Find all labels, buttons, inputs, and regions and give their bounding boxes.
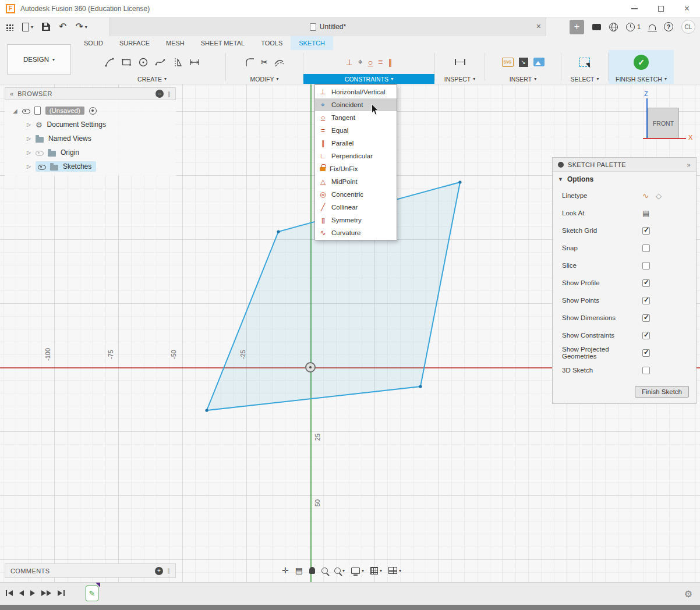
timeline-settings-gear-icon[interactable]: ⚙ xyxy=(684,590,692,599)
new-tab-button[interactable]: + xyxy=(570,20,584,34)
pan-button[interactable]: ✛ xyxy=(281,565,290,576)
comments-icon[interactable] xyxy=(592,24,601,30)
options-section-header[interactable]: ▼ Options xyxy=(553,172,696,187)
grid-snaps-button[interactable]: ▾ xyxy=(369,566,383,576)
redo-button[interactable]: ↷▾ xyxy=(75,22,87,31)
activate-component-icon[interactable] xyxy=(89,107,97,115)
root-node-label[interactable]: (Unsaved) xyxy=(45,107,84,115)
spline-tool-icon[interactable] xyxy=(154,56,166,68)
expand-all-icon[interactable]: ◢ xyxy=(13,108,17,114)
inspect-menu-button[interactable]: INSPECT▾ xyxy=(435,74,485,84)
horizontal-vertical-constraint-icon[interactable]: ⊥ xyxy=(346,58,353,67)
workspace-selector[interactable]: DESIGN▾ xyxy=(7,44,71,75)
finish-sketch-palette-button[interactable]: Finish Sketch xyxy=(635,386,689,398)
show-constraints-checkbox[interactable] xyxy=(642,332,650,339)
comments-drag-handle[interactable]: ∥ xyxy=(167,568,170,574)
insert-menu-button[interactable]: INSERT▾ xyxy=(485,74,561,84)
tab-sketch[interactable]: SKETCH xyxy=(291,36,333,50)
equal-constraint-icon[interactable]: = xyxy=(378,58,383,67)
job-status-button[interactable]: 1 xyxy=(626,23,641,31)
finish-sketch-button[interactable]: FINISH SKETCH▾ xyxy=(609,74,674,84)
display-settings-button[interactable]: ▾ xyxy=(350,566,365,575)
maximize-button[interactable] xyxy=(648,0,674,17)
tab-tools[interactable]: TOOLS xyxy=(253,36,291,50)
rectangle-tool-icon[interactable] xyxy=(121,56,132,68)
menu-item-collinear[interactable]: ╱ Collinear xyxy=(315,201,397,214)
menu-item-perpendicular[interactable]: ∟ Perpendicular xyxy=(315,150,397,162)
select-tool-icon[interactable] xyxy=(579,58,590,67)
select-menu-button[interactable]: SELECT▾ xyxy=(561,74,608,84)
trim-tool-icon[interactable]: ✂ xyxy=(261,57,268,68)
timeline-skip-end-button[interactable] xyxy=(58,590,65,596)
line-tool-icon[interactable] xyxy=(104,56,115,68)
constraints-menu-button[interactable]: CONSTRAINTS▾ xyxy=(303,74,434,84)
expand-arrow-icon[interactable]: ▷ xyxy=(27,150,31,155)
tab-mesh[interactable]: MESH xyxy=(158,36,193,50)
sketches-highlight[interactable]: Sketches xyxy=(36,161,96,172)
save-button[interactable] xyxy=(42,23,50,31)
look-at-icon[interactable]: ▤ xyxy=(642,209,649,218)
viewports-button[interactable]: ▾ xyxy=(387,566,402,575)
show-dimensions-checkbox[interactable] xyxy=(642,314,650,322)
timeline-step-forward-button[interactable] xyxy=(41,590,52,596)
browser-row-named-views[interactable]: ▷ Named Views xyxy=(5,132,176,146)
circle-tool-icon[interactable] xyxy=(137,56,149,68)
timeline-sketch-feature[interactable]: ✎ xyxy=(86,586,98,601)
menu-item-parallel[interactable]: ∥ Parallel xyxy=(315,137,397,150)
show-points-checkbox[interactable] xyxy=(642,297,650,304)
timeline-play-button[interactable] xyxy=(30,590,35,596)
collapse-browser-icon[interactable]: « xyxy=(10,90,13,97)
expand-arrow-icon[interactable]: ▷ xyxy=(27,136,31,141)
insert-svg-icon[interactable]: SVG xyxy=(502,58,514,67)
viewcube-front-face[interactable]: FRONT xyxy=(648,108,679,139)
create-menu-button[interactable]: CREATE▾ xyxy=(79,74,225,84)
measure-tool-icon[interactable] xyxy=(455,59,465,65)
sketch-grid-checkbox[interactable] xyxy=(642,227,650,235)
fit-button[interactable]: ▾ xyxy=(333,566,346,575)
app-grid-icon[interactable] xyxy=(6,23,13,31)
browser-row-sketches[interactable]: ▷ Sketches xyxy=(5,159,176,173)
undo-button[interactable]: ↶ xyxy=(59,22,66,31)
expand-arrow-icon[interactable]: ▷ xyxy=(27,122,31,127)
minimize-button[interactable] xyxy=(621,0,648,17)
document-tab[interactable]: Untitled* xyxy=(304,20,352,33)
menu-item-fix-unfix[interactable]: Fix/UnFix xyxy=(315,162,397,175)
browser-row-document-settings[interactable]: ▷ ⚙ Document Settings xyxy=(5,118,176,132)
zoom-button[interactable] xyxy=(320,566,329,575)
menu-item-midpoint[interactable]: △ MidPoint xyxy=(315,175,397,188)
menu-item-horizontal-vertical[interactable]: ⊥ Horizontal/Vertical xyxy=(315,86,397,98)
expand-arrow-icon[interactable]: ▷ xyxy=(27,164,31,169)
insert-canvas-icon[interactable] xyxy=(533,58,545,66)
fillet-tool-icon[interactable] xyxy=(244,56,256,68)
menu-item-equal[interactable]: = Equal xyxy=(315,124,397,137)
close-button[interactable]: × xyxy=(674,0,700,17)
visibility-eye-icon[interactable] xyxy=(22,107,30,115)
collapse-palette-icon[interactable]: » xyxy=(687,161,691,168)
add-comment-icon[interactable]: + xyxy=(155,567,163,575)
timeline-skip-start-button[interactable] xyxy=(6,590,13,596)
look-at-button[interactable]: ▤ xyxy=(294,565,304,576)
mirror-tool-icon[interactable] xyxy=(171,56,183,68)
menu-item-tangent[interactable]: ○ Tangent xyxy=(315,111,397,124)
visibility-eye-icon[interactable] xyxy=(38,163,45,171)
offset-tool-icon[interactable] xyxy=(273,56,285,68)
browser-drag-handle[interactable]: ∥ xyxy=(168,91,171,97)
extensions-globe-icon[interactable] xyxy=(609,23,618,31)
show-profile-checkbox[interactable] xyxy=(642,279,650,287)
menu-item-concentric[interactable]: ◎ Concentric xyxy=(315,188,397,201)
insert-decal-icon[interactable]: ↘ xyxy=(519,58,528,67)
tab-close-icon[interactable]: × xyxy=(536,22,541,31)
file-menu-button[interactable]: ▾ xyxy=(22,23,33,31)
coincident-constraint-icon[interactable]: ⌖ xyxy=(358,57,363,67)
modify-menu-button[interactable]: MODIFY▾ xyxy=(226,74,303,84)
parallel-constraint-icon[interactable]: ∥ xyxy=(388,58,392,67)
user-avatar[interactable]: CL xyxy=(681,20,695,34)
construction-linetype-icon[interactable]: ∿ xyxy=(642,191,649,200)
centerline-linetype-icon[interactable]: ◇ xyxy=(656,191,662,200)
origin-point[interactable] xyxy=(305,362,316,373)
browser-display-options-icon[interactable]: − xyxy=(155,90,164,98)
show-projected-geometries-checkbox[interactable] xyxy=(642,349,650,357)
help-icon[interactable]: ? xyxy=(664,22,673,31)
model-canvas[interactable]: -100 -75 -50 -25 25 50 « BROWSER − ∥ ◢ (… xyxy=(0,84,700,582)
menu-item-symmetry[interactable]: [|] Symmetry xyxy=(315,214,397,226)
